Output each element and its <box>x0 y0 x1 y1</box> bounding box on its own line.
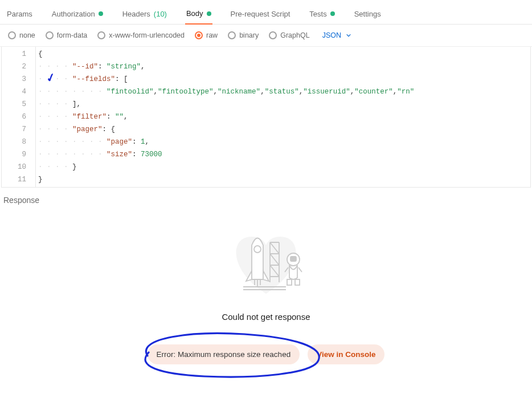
body-type-raw[interactable]: raw <box>195 31 218 39</box>
response-body: Could not get response Error: Maximum re… <box>0 208 532 364</box>
line-number: 11 <box>2 173 35 186</box>
radio-icon <box>97 31 105 39</box>
line-number: 6 <box>2 111 35 123</box>
line-number: 2 <box>2 60 35 73</box>
request-tabs: Params Authorization Headers (10) Body P… <box>0 0 532 25</box>
tab-body[interactable]: Body <box>185 6 212 25</box>
tab-params[interactable]: Params <box>6 6 34 24</box>
body-type-formdata[interactable]: form-data <box>46 31 88 39</box>
line-number: 9 <box>2 148 35 161</box>
body-type-graphql[interactable]: GraphQL <box>269 31 309 39</box>
radio-icon <box>8 31 16 39</box>
radio-icon <box>46 31 54 39</box>
tab-authorization[interactable]: Authorization <box>51 6 104 24</box>
tab-prerequest[interactable]: Pre-request Script <box>230 6 292 24</box>
line-number: 4 <box>2 86 35 98</box>
line-number: 5 <box>2 98 35 111</box>
chevron-down-icon <box>346 33 351 38</box>
line-number: 8 <box>2 136 35 148</box>
body-editor[interactable]: 1 2 3 4 5 6 7 8 9 10 11 ✓ { · · · · "--i… <box>1 47 531 188</box>
tab-tests[interactable]: Tests <box>308 6 335 24</box>
response-error-row: Error: Maximum response size reached Vie… <box>148 344 385 364</box>
line-number: 7 <box>2 123 35 136</box>
line-number: 10 <box>2 161 35 173</box>
view-in-console-button[interactable]: View in Console <box>308 344 384 364</box>
dot-icon <box>99 11 103 16</box>
body-type-none[interactable]: none <box>8 31 35 39</box>
body-format-select[interactable]: JSON <box>322 31 351 39</box>
svg-rect-2 <box>290 257 296 261</box>
svg-rect-4 <box>295 279 300 285</box>
tab-settings[interactable]: Settings <box>353 6 382 24</box>
rocket-astronaut-icon <box>212 214 320 299</box>
body-type-row: none form-data x-www-form-urlencoded raw… <box>0 25 532 47</box>
line-number: 3 <box>2 73 35 86</box>
radio-icon <box>195 31 203 39</box>
line-number: 1 <box>2 48 35 60</box>
dot-icon <box>207 11 211 16</box>
response-message: Could not get response <box>222 312 310 322</box>
radio-icon <box>269 31 277 39</box>
tab-headers[interactable]: Headers (10) <box>121 6 168 24</box>
radio-icon <box>228 31 236 39</box>
line-gutter: 1 2 3 4 5 6 7 8 9 10 11 <box>2 47 36 187</box>
code-area[interactable]: ✓ { · · · · "--id": "string", · · · · "-… <box>36 47 530 187</box>
response-title: Response <box>0 188 532 208</box>
body-type-binary[interactable]: binary <box>228 31 259 39</box>
body-type-urlencoded[interactable]: x-www-form-urlencoded <box>97 31 185 39</box>
svg-rect-3 <box>287 279 292 285</box>
dot-icon <box>330 11 335 16</box>
error-badge: Error: Maximum response size reached <box>148 344 300 364</box>
